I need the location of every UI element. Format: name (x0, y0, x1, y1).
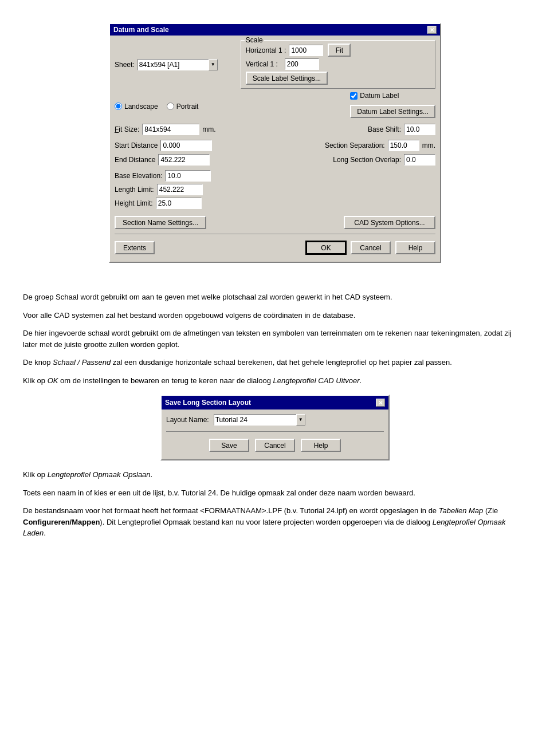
datum-label-checkbox[interactable]: Datum Label (350, 92, 399, 100)
save-cancel-button[interactable]: Cancel (255, 439, 295, 452)
layout-name-dropdown[interactable]: Tutorial 24 (214, 414, 305, 426)
base-shift-label: Base Shift: (368, 125, 401, 133)
fit-size-label: Fit Size: (115, 125, 139, 133)
section-separation-input[interactable] (388, 140, 419, 151)
section-name-settings-button[interactable]: Section Name Settings... (115, 216, 206, 229)
vertical-label: Vertical 1 : (246, 60, 278, 68)
paragraph-7: Toets een naam in of kies er een uit de … (23, 487, 527, 499)
paragraph-4: De knop Schaal / Passend zal een dusdani… (23, 357, 527, 368)
paragraph-1: De groep Schaal wordt gebruikt om aan te… (23, 292, 527, 303)
datum-label-settings-button[interactable]: Datum Label Settings... (350, 105, 435, 118)
portrait-radio[interactable]: Portrait (167, 103, 199, 111)
sheet-dropdown[interactable]: 841x594 [A1] (138, 59, 218, 70)
save-dialog: Save Long Section Layout ✕ Layout Name: … (160, 395, 390, 460)
schaal-passend-italic: Schaal / Passend (53, 358, 111, 367)
datum-label-text: Datum Label (360, 92, 399, 100)
cad-system-options-button[interactable]: CAD System Options... (344, 216, 435, 229)
dialog-titlebar: Datum and Scale ✕ (110, 24, 440, 36)
lengteprofiel-cad-italic: Lengteprofiel CAD Uitvoer (273, 376, 360, 385)
base-shift-input[interactable] (404, 124, 435, 135)
configureren-mappen-bold: Configureren/Mappen (23, 518, 100, 526)
landscape-label: Landscape (124, 103, 158, 111)
long-section-overlap-input[interactable] (404, 154, 435, 166)
section-separation-unit: mm. (422, 141, 435, 149)
paragraph-3: De hier ingevoerde schaal wordt gebruikt… (23, 328, 527, 350)
landscape-radio[interactable]: Landscape (115, 103, 158, 111)
start-distance-input[interactable] (160, 140, 212, 151)
portrait-label: Portrait (176, 103, 199, 111)
paragraph-2: Voor alle CAD systemen zal het bestand w… (23, 310, 527, 321)
help-button[interactable]: Help (395, 241, 435, 254)
horizontal-input[interactable] (289, 45, 323, 56)
fit-size-unit: mm. (202, 125, 215, 133)
length-limit-label: Length Limit: (115, 186, 154, 194)
height-limit-input[interactable] (156, 198, 202, 209)
scale-group-label: Scale (245, 36, 264, 44)
fit-size-input[interactable] (142, 124, 199, 135)
scale-label-settings-button[interactable]: Scale Label Settings... (246, 72, 328, 85)
save-dialog-titlebar: Save Long Section Layout ✕ (162, 396, 388, 410)
length-limit-input[interactable] (157, 184, 203, 195)
save-help-button[interactable]: Help (301, 439, 341, 452)
end-distance-label: End Distance (115, 156, 155, 164)
ok-button[interactable]: OK (306, 241, 346, 254)
long-section-overlap-label: Long Section Overlap: (333, 156, 401, 164)
base-elevation-input[interactable] (165, 170, 211, 182)
fit-button[interactable]: Fit (328, 44, 351, 57)
cancel-button[interactable]: Cancel (351, 241, 391, 254)
horizontal-label: Horizontal 1 : (246, 46, 286, 54)
save-dialog-title: Save Long Section Layout (165, 397, 251, 408)
vertical-input[interactable] (285, 58, 319, 70)
opslaan-italic: Lengteprofiel Opmaak Opslaan (48, 470, 151, 479)
end-distance-input[interactable] (158, 154, 210, 166)
extents-button[interactable]: Extents (115, 241, 155, 254)
datum-scale-dialog: Datum and Scale ✕ Sheet: 841x594 [A1] ▼ … (109, 23, 441, 263)
paragraph-5: Klik op OK om de instellingen te bewaren… (23, 375, 527, 387)
tabellen-map-italic: Tabellen Map (439, 506, 484, 515)
height-limit-label: Height Limit: (115, 199, 153, 207)
base-elevation-label: Base Elevation: (115, 172, 162, 180)
paragraph-8: De bestandsnaam voor het formaat heeft h… (23, 505, 527, 539)
sheet-label: Sheet: (115, 61, 135, 69)
close-button[interactable]: ✕ (427, 26, 437, 34)
dialog-title: Datum and Scale (113, 26, 169, 34)
start-distance-label: Start Distance (115, 141, 158, 149)
layout-name-label: Layout Name: (166, 415, 209, 425)
paragraph-6: Klik op Lengteprofiel Opmaak Opslaan. (23, 469, 527, 481)
save-dialog-close-button[interactable]: ✕ (376, 399, 385, 407)
save-button[interactable]: Save (209, 439, 249, 452)
ok-italic: OK (48, 376, 58, 385)
section-separation-label: Section Separation: (325, 141, 385, 149)
main-content: De groep Schaal wordt gebruikt om aan te… (0, 280, 550, 557)
